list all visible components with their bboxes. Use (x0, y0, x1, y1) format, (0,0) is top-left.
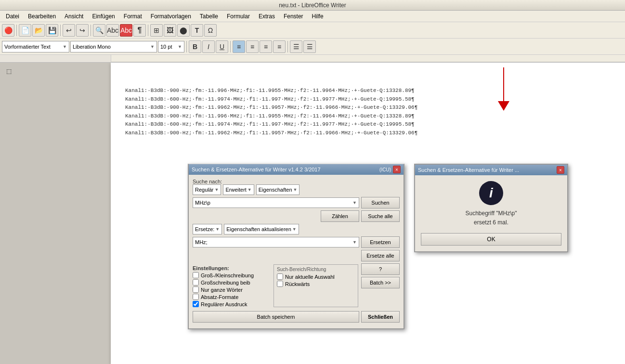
search-input-field[interactable]: MHz\p ▼ (193, 197, 359, 208)
eigenschaften-combo[interactable]: Eigenschaften ▼ (256, 184, 300, 195)
info-dialog-title: Suchen & Ersetzen-Alternative für Writer… (415, 165, 567, 175)
red-arrow (498, 67, 509, 111)
open-button[interactable]: 📂 (32, 24, 45, 37)
zaehlen-button[interactable]: Zählen (321, 210, 359, 222)
batch-save-button[interactable]: Batch speichern (193, 311, 359, 323)
menu-formatvorlagen[interactable]: Formatvorlagen (147, 12, 195, 21)
search-label: Suche nach: (193, 179, 400, 184)
menu-bearbeiten[interactable]: Bearbeiten (24, 12, 60, 21)
schliessen-button[interactable]: Schließen (361, 311, 400, 323)
menu-bar: Datei Bearbeiten Ansicht Einfügen Format… (0, 11, 625, 22)
numbering-button[interactable]: ☰ (303, 40, 316, 53)
list-button[interactable]: ☰ (290, 40, 302, 53)
batch-button[interactable]: Batch >> (361, 277, 400, 288)
checkbox-grossschreibung[interactable] (193, 279, 199, 286)
libreoffice-logo[interactable]: 🔴 (2, 24, 14, 37)
eigenschaften-akt-combo[interactable]: Eigenschaften aktualisieren ▼ (224, 224, 299, 234)
document[interactable]: Kanal1:·B3dB:·900·Hz;·fm:·11.996·MHz;·f1… (111, 63, 625, 364)
align-justify[interactable]: ≡ (273, 40, 286, 53)
special-char[interactable]: Ω (204, 24, 217, 37)
spelling2-button[interactable]: Abc (120, 24, 132, 37)
align-center[interactable]: ≡ (246, 40, 259, 53)
erweitert-combo[interactable]: Erweitert ▼ (223, 184, 254, 195)
search-dialog-title-text: Suchen & Ersetzen-Alternative für Writer… (192, 167, 321, 172)
cb-aktuelle-row: Nur aktuelle Auswahl (277, 273, 355, 280)
replace-input-row: MHz; ▼ Ersetzen (193, 236, 400, 248)
menu-extras[interactable]: Extras (255, 12, 279, 21)
ersetze-alle-button[interactable]: Ersetze alle (361, 250, 400, 261)
doc-line-4: Kanal1:·B3dB:·900·Hz;·fm:·11.996·MHz;·f1… (125, 112, 611, 121)
font-combo[interactable]: Liberation Mono ▼ (70, 41, 157, 52)
arrow-head (498, 101, 509, 111)
size-arrow: ▼ (178, 44, 182, 49)
table-button[interactable]: ⊞ (150, 24, 163, 37)
doc-content: Kanal1:·B3dB:·900·Hz;·fm:·11.996·MHz;·f1… (111, 63, 625, 147)
info-dialog-close[interactable]: × (557, 166, 564, 174)
search-value: MHz\p (195, 200, 210, 206)
search-dialog-title: Suchen & Ersetzen-Alternative für Writer… (189, 164, 404, 175)
question-button[interactable]: ? (361, 263, 400, 275)
menu-format[interactable]: Format (120, 12, 146, 21)
replace-label-row: Ersetze: ▼ Eigenschaften aktualisieren ▼ (193, 224, 400, 234)
doc-line-5: Kanal1:·B3dB:·600·Hz;·fm:·11.9974·MHz;·f… (125, 120, 611, 129)
cb-rueckwaerts-row: Rückwärts (277, 281, 355, 287)
eigenschaften-akt-label: Eigenschaften aktualisieren (226, 226, 291, 232)
rueckwaerts-label: Rückwärts (285, 281, 310, 287)
regulaer-combo[interactable]: Regulär ▼ (193, 184, 221, 195)
checkbox-regex[interactable] (193, 301, 199, 307)
menu-formular[interactable]: Formular (223, 12, 254, 21)
ersetzen-button[interactable]: Ersetzen (361, 236, 400, 248)
checkbox-absatz[interactable] (193, 294, 199, 300)
undo-button[interactable]: ↩ (63, 24, 75, 37)
size-combo[interactable]: 10 pt ▼ (158, 41, 184, 52)
italic-button[interactable]: I (202, 40, 215, 53)
style-arrow: ▼ (63, 44, 67, 49)
menu-einfuegen[interactable]: Einfügen (88, 12, 118, 21)
ersetze-label: Ersetze: (195, 226, 214, 232)
checkbox-gross[interactable] (193, 272, 199, 278)
checkbox-ganze-woerter[interactable] (193, 286, 199, 293)
right-buttons: ? Batch >> (361, 263, 400, 308)
search-input-row: MHz\p ▼ Suchen (193, 197, 400, 208)
suchen-button[interactable]: Suchen (361, 197, 400, 208)
menu-hilfe[interactable]: Hilfe (308, 12, 327, 21)
erweitert-label: Erweitert (225, 187, 246, 193)
title-text: neu.txt - LibreOffice Writer (279, 2, 346, 9)
save-button[interactable]: 💾 (46, 24, 58, 37)
doc-line-6: Kanal1:·B3dB:·900·Hz;·fm:·11.9962·MHz;·f… (125, 129, 611, 138)
bold-button[interactable]: B (189, 40, 201, 53)
redo-button[interactable]: ↪ (76, 24, 89, 37)
separator2 (60, 25, 61, 36)
find-button[interactable]: 🔍 (93, 24, 105, 37)
info-ok-button[interactable]: OK (421, 233, 561, 246)
checkbox-rueckwaerts[interactable] (277, 281, 283, 287)
checkbox-nur-aktuelle[interactable] (277, 273, 283, 280)
search-dialog-close[interactable]: × (393, 166, 401, 173)
align-left[interactable]: ≡ (233, 40, 245, 53)
image-button[interactable]: 🖼 (164, 24, 176, 37)
style-combo[interactable]: Vorformatierter Text ▼ (2, 41, 69, 52)
format-marks[interactable]: ¶ (133, 24, 146, 37)
fmt-sep1 (186, 41, 187, 52)
search-options-row: Regulär ▼ Erweitert ▼ Eigenschaften ▼ (193, 184, 400, 195)
settings-label: Einstellungen: (193, 265, 271, 271)
spelling-button[interactable]: Abc (106, 24, 119, 37)
new-button[interactable]: 📄 (19, 24, 31, 37)
menu-ansicht[interactable]: Ansicht (61, 12, 87, 21)
nur-aktuelle-label: Nur aktuelle Auswahl (285, 274, 335, 280)
text-button[interactable]: T (191, 24, 203, 37)
align-right[interactable]: ≡ (260, 40, 272, 53)
cb-row-3: Nur ganze Wörter (193, 286, 271, 293)
info-text: Suchbegriff "MHz\p" ersetzt 6 mal. (465, 209, 517, 227)
suche-alle-button[interactable]: Suche alle (361, 210, 400, 222)
replace-input-field[interactable]: MHz; ▼ (193, 237, 359, 247)
circle-button[interactable]: ⬤ (177, 24, 190, 37)
info-line2: ersetzt 6 mal. (465, 218, 517, 227)
cb-absatz-label: Absatz-Formate (201, 294, 238, 300)
menu-fenster[interactable]: Fenster (280, 12, 307, 21)
underline-button[interactable]: U (216, 40, 228, 53)
ersetze-combo[interactable]: Ersetze: ▼ (193, 224, 222, 234)
menu-datei[interactable]: Datei (2, 12, 23, 21)
doc-line-2: Kanal1:·B3dB:·600·Hz;·fm:·11.9974·MHz;·f… (125, 95, 611, 104)
menu-tabelle[interactable]: Tabelle (196, 12, 222, 21)
